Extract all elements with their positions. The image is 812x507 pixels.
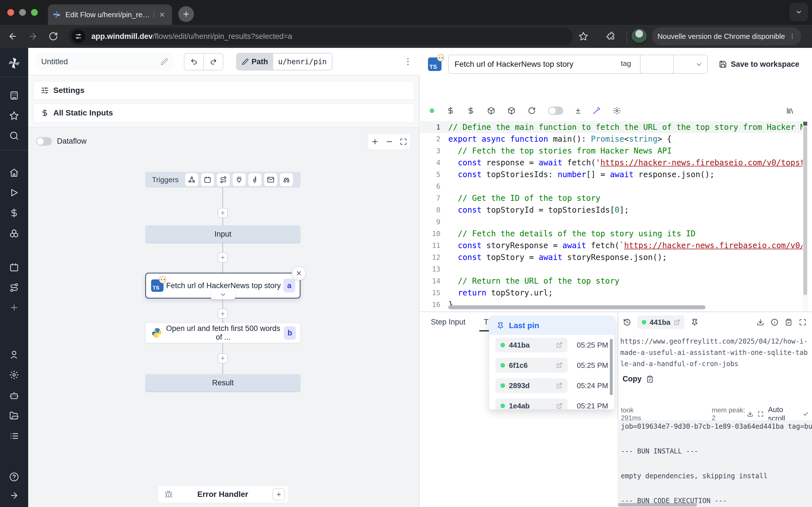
browser-tab[interactable]: Edit Flow u/henri/pin_results | [48,4,172,25]
sidebar-item-triggers[interactable] [9,283,19,292]
download-log-icon[interactable] [747,411,753,417]
more-options-icon[interactable] [403,57,413,66]
flow-name-input[interactable]: Untitled [36,53,173,70]
sidebar-item-settings[interactable] [9,370,19,380]
code-line[interactable]: 6 [420,180,802,192]
expand-step-button[interactable] [211,290,236,299]
editor-toggle[interactable] [548,107,563,115]
code-line[interactable]: 13 [420,263,802,275]
add-step-button[interactable] [218,252,228,263]
path-field[interactable]: Path u/henri/pin [236,53,333,70]
tab-step-input[interactable]: Step Input [431,318,465,327]
code-line[interactable]: 2export async function main(): Promise<s… [420,133,802,145]
tab-close-icon[interactable] [159,11,165,18]
dropdown-scrollbar[interactable] [610,339,613,395]
save-to-workspace-button[interactable]: Save to workspace [719,55,799,74]
pin-item[interactable]: 2893d05:24 PM [489,376,614,396]
browser-menu-icon[interactable] [789,33,796,40]
pin-item[interactable]: 1e4ab05:21 PM [489,396,614,409]
tab-partial[interactable]: T [484,318,489,327]
sidebar-item-schedules[interactable] [9,263,19,272]
code-line[interactable]: 7 // Get the ID of the top story [420,192,802,204]
editor-vertical-scrollbar[interactable] [803,121,808,312]
add-variable-icon[interactable] [447,107,455,115]
schedule-trigger-icon[interactable] [201,173,214,186]
code-line[interactable]: 5 const topStoriesIds: number[] = await … [420,168,802,180]
add-step-button[interactable] [218,208,228,218]
sidebar-item-help[interactable] [9,472,19,482]
sidebar-item-users[interactable] [9,350,19,359]
code-line[interactable]: 4 const response = await fetch('https://… [420,157,802,168]
error-handler-node[interactable]: Error Handler [158,486,288,503]
websocket-trigger-icon[interactable] [233,173,246,186]
info-icon[interactable] [771,319,778,326]
external-link-icon[interactable] [556,383,562,389]
webhook-trigger-icon[interactable] [185,173,198,186]
step-a-node[interactable]: TS Fetch url of HackerNews top story a [145,273,301,298]
clipboard-icon[interactable] [785,319,792,326]
sidebar-item-create[interactable] [9,303,19,313]
profile-avatar[interactable] [631,28,647,44]
site-settings-icon[interactable] [71,30,85,43]
log-output[interactable]: job=019634e7-9d30-b7cb-1e89-03a64ed441ba… [617,420,812,507]
expand-log-icon[interactable] [758,411,763,417]
new-tab-button[interactable] [178,6,194,22]
remove-step-button[interactable] [292,266,306,280]
pin-job-pill[interactable]: 6f1c6 [495,358,567,373]
sidebar-item-workspace[interactable] [9,91,19,100]
all-static-inputs-card[interactable]: All Static Inputs [33,104,414,122]
sidebar-item-favorites[interactable] [9,111,19,121]
pencil-icon[interactable] [161,58,168,65]
zoom-in-icon[interactable] [371,138,379,146]
sidebar-item-home[interactable] [9,168,19,177]
reload-icon[interactable] [49,32,58,41]
package-icon[interactable] [507,107,515,115]
redo-button[interactable] [204,53,223,70]
code-line[interactable]: 10 // Fetch the details of the top story… [420,228,802,239]
history-icon[interactable] [623,318,631,326]
editor-settings-icon[interactable] [613,107,621,115]
traffic-minimize-button[interactable] [19,9,26,16]
last-pin-option[interactable]: Last pin [489,316,614,335]
code-line[interactable]: 14 // Return the URL of the top story [420,275,802,287]
sidebar-item-variables[interactable] [9,208,19,218]
back-icon[interactable] [8,32,17,41]
step-b-node[interactable]: Open url and fetch first 500 words of ..… [145,323,301,343]
flow-settings-card[interactable]: Settings [33,81,414,100]
code-line[interactable]: 11 const storyResponse = await fetch(`ht… [420,239,802,251]
external-link-icon[interactable] [556,342,562,348]
code-line[interactable]: 1// Define the main function to fetch th… [420,121,802,133]
code-line[interactable]: 12 const topStory = await storyResponse.… [420,251,802,263]
package-icon[interactable] [487,107,495,115]
result-job-pill[interactable]: 441ba [637,316,684,329]
ai-wand-icon[interactable] [593,107,601,115]
code-line[interactable]: 8 const topStoryId = topStoriesIds[0]; [420,204,802,216]
diff-icon[interactable]: ± [576,106,580,115]
result-url[interactable]: https://www.geoffreylitt.com/2025/04/12/… [620,336,809,370]
result-node[interactable]: Result [145,374,301,392]
pin-item[interactable]: 6f1c605:25 PM [489,355,614,376]
tag-select[interactable] [640,55,708,74]
poll-trigger-icon[interactable] [280,173,293,186]
sidebar-expand-icon[interactable] [9,491,19,500]
dataflow-toggle[interactable] [36,137,52,146]
pin-job-pill[interactable]: 2893d [495,378,567,393]
add-resource-icon[interactable] [467,107,475,115]
bookmark-star-icon[interactable] [578,32,588,41]
scrollbar-thumb[interactable] [803,126,807,295]
pin-job-pill[interactable]: 441ba [495,338,567,352]
windmill-logo[interactable] [7,56,21,70]
log-horizontal-scrollbar[interactable] [618,503,697,506]
external-link-icon[interactable] [556,362,562,369]
kafka-trigger-icon[interactable] [248,173,261,186]
sidebar-item-ai[interactable] [9,391,19,400]
sidebar-item-folders[interactable] [9,411,19,420]
triggers-node[interactable]: Triggers [145,172,301,187]
sidebar-item-logs[interactable] [9,431,19,441]
route-trigger-icon[interactable] [217,173,230,186]
copy-button[interactable]: Copy [622,375,654,383]
pin-job-pill[interactable]: 1e4ab [495,399,567,409]
sidebar-item-runs[interactable] [9,188,19,198]
external-link-icon[interactable] [556,403,562,409]
tab-search-button[interactable] [790,3,808,21]
